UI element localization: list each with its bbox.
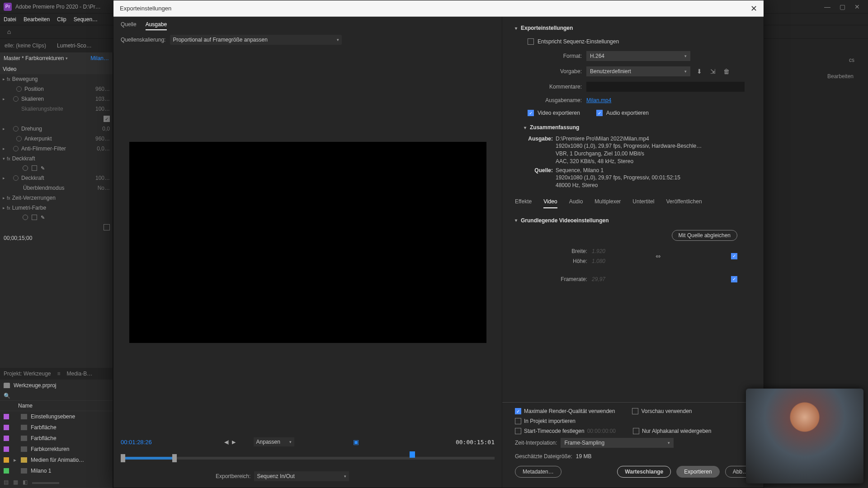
basic-video-header[interactable]: ▾ Grundlegende Videoeinstellungen <box>515 214 755 226</box>
fx-scale[interactable]: ▸Skalieren103… <box>0 94 113 104</box>
icon-view-icon[interactable]: ▦ <box>13 479 18 485</box>
project-column-name[interactable]: Name <box>0 400 113 411</box>
match-dimensions-checkbox[interactable]: ✓ <box>731 253 737 259</box>
match-framerate-checkbox[interactable]: ✓ <box>731 276 737 282</box>
metadata-button[interactable]: Metadaten… <box>515 466 561 478</box>
ellipse-mask-icon[interactable] <box>23 165 28 171</box>
tab-multiplexer[interactable]: Multiplexer <box>594 198 621 208</box>
tab-subtitles[interactable]: Untertitel <box>632 198 654 208</box>
use-preview-checkbox[interactable] <box>632 408 638 414</box>
output-name-link[interactable]: Milan.mp4 <box>586 97 611 103</box>
zoom-slider[interactable] <box>32 482 59 484</box>
fx-scale-width[interactable]: ▸Skalierungsbreite100… <box>0 104 113 114</box>
minimize-button[interactable]: — <box>824 3 830 10</box>
fx-opacity[interactable]: ▸Deckkraft100… <box>0 173 113 183</box>
project-item[interactable]: Farbkorrekturen <box>0 444 113 455</box>
fx-position[interactable]: Position960… <box>0 84 113 94</box>
workspace-tab-edit[interactable]: Bearbeiten <box>822 70 859 82</box>
fx-checkbox-row[interactable] <box>0 222 113 232</box>
export-video-checkbox[interactable]: ✓ <box>528 110 534 116</box>
save-preset-icon[interactable]: ⬇ <box>695 67 704 76</box>
media-browser-tab[interactable]: Media-B… <box>67 371 93 377</box>
project-item[interactable]: Einstellungsebene <box>0 411 113 422</box>
stopwatch-icon[interactable] <box>16 86 22 92</box>
export-settings-header[interactable]: ▾ Exporteinstellungen <box>515 21 755 34</box>
import-project-checkbox[interactable] <box>515 418 521 424</box>
home-icon[interactable]: ⌂ <box>5 27 14 36</box>
transport-timecode-left[interactable]: 00:01:28:26 <box>121 439 152 446</box>
aspect-ratio-icon[interactable]: ▣ <box>353 438 359 446</box>
source-panel-tab[interactable]: elle: (keine Clips) <box>5 42 46 49</box>
expand-icon[interactable]: ▸ <box>13 457 17 463</box>
project-item[interactable]: Milano 1 <box>0 465 113 476</box>
pen-mask-icon[interactable]: ✎ <box>41 215 45 221</box>
export-audio-checkbox[interactable]: ✓ <box>596 110 603 116</box>
export-range-slider[interactable] <box>113 449 502 467</box>
close-icon[interactable]: ✕ <box>750 4 757 14</box>
tab-output[interactable]: Ausgabe <box>146 21 167 30</box>
freeform-view-icon[interactable]: ◧ <box>23 479 28 485</box>
lumetri-scopes-tab[interactable]: Lumetri-Sco… <box>57 42 92 49</box>
chevron-down-icon[interactable]: ▾ <box>66 56 68 61</box>
in-handle[interactable] <box>121 454 125 462</box>
width-value[interactable]: 1.920 <box>592 248 619 254</box>
summary-header[interactable]: ▾ Zusammenfassung <box>515 121 755 133</box>
fx-anchor[interactable]: Ankerpunkt960… <box>0 134 113 144</box>
maximize-button[interactable]: ▢ <box>840 3 845 10</box>
tab-effects[interactable]: Effekte <box>515 198 532 208</box>
height-value[interactable]: 1.080 <box>592 258 619 264</box>
alpha-only-checkbox[interactable] <box>633 428 639 434</box>
fx-lumetri[interactable]: ▸fxLumetri-Farbe <box>0 203 113 213</box>
match-source-button[interactable]: Mit Quelle abgleichen <box>672 230 737 241</box>
menu-edit[interactable]: Bearbeiten <box>24 16 50 23</box>
fx-rotation[interactable]: ▸Drehung0,0 <box>0 124 113 134</box>
project-tab[interactable]: Projekt: Werkzeuge <box>4 371 51 377</box>
format-select[interactable]: H.264▾ <box>586 51 690 61</box>
tab-source[interactable]: Quelle <box>121 21 137 30</box>
project-item[interactable]: Farbfläche <box>0 422 113 433</box>
fx-uniform-check[interactable]: ✓ <box>0 114 113 124</box>
close-button[interactable]: ✕ <box>854 3 860 10</box>
export-range-select[interactable]: Sequenz In/Out▾ <box>254 471 349 481</box>
max-render-checkbox[interactable]: ✓ <box>515 408 521 414</box>
project-item[interactable]: Farbfläche <box>0 433 113 444</box>
tab-audio[interactable]: Audio <box>569 198 583 208</box>
list-view-icon[interactable]: ▤ <box>4 479 9 485</box>
time-interp-select[interactable]: Frame-Sampling▾ <box>561 438 674 448</box>
out-handle[interactable] <box>172 454 177 462</box>
fx-timeremap[interactable]: ▸fxZeit-Verzerrungen <box>0 193 113 203</box>
tab-video[interactable]: Video <box>543 198 557 208</box>
project-search[interactable]: 🔍 <box>0 391 113 400</box>
import-preset-icon[interactable]: ⇲ <box>708 67 717 76</box>
preset-select[interactable]: Benutzerdefiniert▾ <box>586 66 690 76</box>
step-back-icon[interactable]: ◀| <box>224 439 229 445</box>
stopwatch-icon[interactable] <box>13 175 19 181</box>
stopwatch-icon[interactable] <box>16 136 22 141</box>
comments-input[interactable] <box>586 82 745 92</box>
export-button[interactable]: Exportieren <box>676 466 719 478</box>
ellipse-mask-icon[interactable] <box>23 215 28 220</box>
pen-mask-icon[interactable]: ✎ <box>41 165 45 171</box>
fx-opacity-section[interactable]: ▾fxDeckkraft <box>0 154 113 164</box>
fx-blend[interactable]: ÜberblendmodusNo… <box>0 183 113 193</box>
playhead-icon[interactable] <box>410 451 415 458</box>
queue-button[interactable]: Warteschlange <box>617 466 671 478</box>
menu-clip[interactable]: Clip <box>57 16 66 23</box>
rect-mask-icon[interactable] <box>32 165 37 171</box>
tab-publish[interactable]: Veröffentlichen <box>666 198 702 208</box>
framerate-value[interactable]: 29,97 <box>592 276 619 282</box>
fx-motion[interactable]: ▸fxBewegung <box>0 74 113 84</box>
zoom-fit-select[interactable]: Anpassen▾ <box>254 437 294 446</box>
source-scaling-select[interactable]: Proportional auf Framegröße anpassen▾ <box>170 35 342 45</box>
project-item[interactable]: ▸Medien für Animatio… <box>0 455 113 465</box>
stopwatch-icon[interactable] <box>13 96 19 102</box>
link-dimensions-icon[interactable]: ⇔ <box>651 253 665 260</box>
menu-sequence[interactable]: Sequen… <box>74 16 98 23</box>
rect-mask-icon[interactable] <box>32 215 37 220</box>
delete-preset-icon[interactable]: 🗑 <box>722 67 731 76</box>
match-sequence-checkbox[interactable] <box>528 38 534 45</box>
clip-name[interactable]: Milan… <box>90 55 109 61</box>
stopwatch-icon[interactable] <box>13 146 19 151</box>
fx-antiflicker[interactable]: ▸Anti-Flimmer-Filter0,0… <box>0 144 113 154</box>
stopwatch-icon[interactable] <box>13 126 19 131</box>
